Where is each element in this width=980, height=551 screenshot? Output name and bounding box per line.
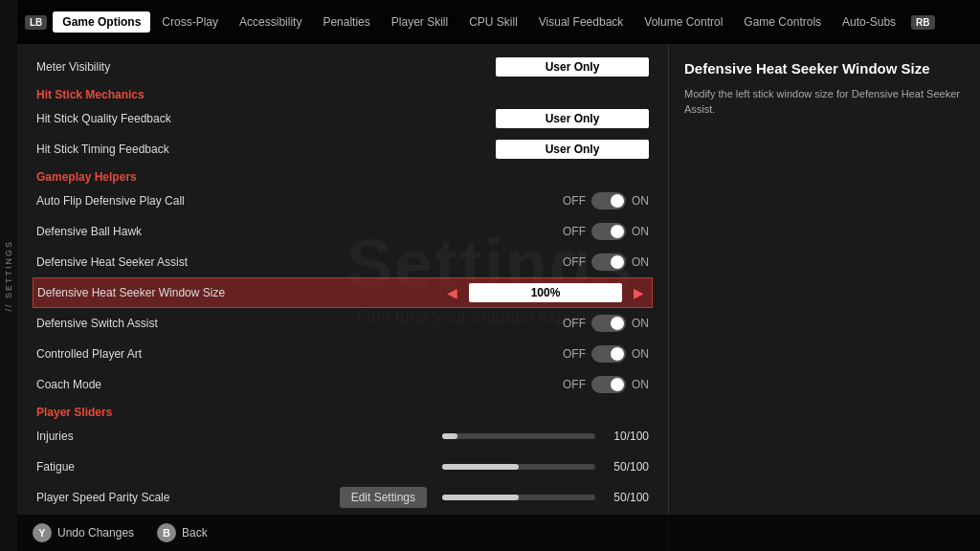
hit-stick-timing-value: User Only [496, 140, 649, 159]
controlled-player-art-label: Controlled Player Art [36, 347, 563, 361]
meter-visibility-dropdown[interactable]: User Only [496, 57, 649, 77]
meter-visibility-row[interactable]: Meter Visibility User Only [33, 52, 653, 82]
coach-mode-label: Coach Mode [36, 378, 563, 391]
top-nav: LB Game Options Cross-Play Accessibility… [17, 0, 980, 44]
coach-mode-toggle-group: OFF ON [563, 376, 649, 393]
fatigue-track[interactable] [442, 464, 595, 470]
defensive-switch-assist-off-label: OFF [563, 317, 586, 330]
injuries-value: 10/100 [442, 430, 649, 443]
nav-accessibility[interactable]: Accessibility [230, 11, 311, 33]
sidebar: // SETTINGS [0, 0, 17, 551]
defensive-switch-assist-toggle[interactable] [591, 315, 626, 332]
meter-visibility-value: User Only [496, 57, 649, 77]
injuries-number: 10/100 [611, 430, 649, 443]
injuries-row[interactable]: Injuries 10/100 [33, 421, 653, 452]
hit-stick-quality-row[interactable]: Hit Stick Quality Feedback User Only [33, 103, 653, 134]
back-btn[interactable]: B Back [157, 523, 208, 542]
defensive-ball-hawk-toggle[interactable] [591, 223, 626, 240]
player-speed-label: Player Speed Parity Scale [36, 491, 340, 504]
defensive-heat-seeker-assist-row[interactable]: Defensive Heat Seeker Assist OFF ON [33, 247, 653, 277]
y-button-badge: Y [33, 523, 52, 542]
defensive-ball-hawk-row[interactable]: Defensive Ball Hawk OFF ON [33, 216, 653, 247]
undo-changes-btn[interactable]: Y Undo Changes [33, 523, 134, 542]
main-content: Meter Visibility User Only Hit Stick Mec… [17, 44, 980, 551]
edit-settings-button[interactable]: Edit Settings [340, 487, 427, 508]
nav-game-controls[interactable]: Game Controls [734, 11, 831, 33]
rb-button[interactable]: RB [911, 15, 934, 30]
defensive-switch-assist-row[interactable]: Defensive Switch Assist OFF ON [33, 308, 653, 339]
hit-stick-section-header: Hit Stick Mechanics [33, 82, 653, 103]
defensive-ball-hawk-on-label: ON [632, 225, 649, 238]
coach-mode-toggle[interactable] [591, 376, 626, 393]
defensive-heat-seeker-window-row[interactable]: Defensive Heat Seeker Window Size ◀ 100%… [33, 277, 653, 308]
nav-visual-feedback[interactable]: Visual Feedback [529, 11, 634, 33]
fatigue-row[interactable]: Fatigue 50/100 [33, 452, 653, 482]
player-speed-number: 50/100 [611, 491, 649, 504]
right-panel-desc: Modify the left stick window size for De… [684, 86, 965, 118]
controlled-player-art-row[interactable]: Controlled Player Art OFF ON [33, 339, 653, 369]
hit-stick-quality-label: Hit Stick Quality Feedback [36, 112, 496, 125]
fatigue-number: 50/100 [611, 460, 649, 474]
undo-changes-label: Undo Changes [57, 526, 134, 540]
nav-auto-subs[interactable]: Auto-Subs [833, 11, 905, 33]
fatigue-fill [442, 464, 519, 470]
hit-stick-quality-value: User Only [496, 109, 649, 128]
defensive-heat-seeker-window-label: Defensive Heat Seeker Window Size [37, 286, 443, 299]
controlled-player-art-off-label: OFF [563, 347, 586, 361]
nav-game-options[interactable]: Game Options [53, 11, 150, 33]
lb-button[interactable]: LB [25, 15, 47, 30]
nav-penalties[interactable]: Penalties [313, 11, 379, 33]
controlled-player-art-toggle-group: OFF ON [563, 345, 649, 363]
defensive-heat-seeker-assist-toggle-group: OFF ON [563, 253, 649, 271]
nav-volume-control[interactable]: Volume Control [635, 11, 732, 33]
injuries-track[interactable] [442, 433, 595, 439]
auto-flip-toggle[interactable] [591, 192, 626, 209]
auto-flip-toggle-group: OFF ON [563, 192, 649, 209]
player-speed-row[interactable]: Player Speed Parity Scale Edit Settings … [33, 482, 653, 513]
heat-seeker-left-arrow[interactable]: ◀ [443, 285, 461, 300]
defensive-heat-seeker-window-value: ◀ 100% ▶ [443, 283, 648, 302]
auto-flip-row[interactable]: Auto Flip Defensive Play Call OFF ON [33, 186, 653, 216]
defensive-heat-seeker-assist-label: Defensive Heat Seeker Assist [36, 255, 563, 269]
defensive-ball-hawk-toggle-group: OFF ON [563, 223, 649, 240]
sidebar-label: // SETTINGS [4, 240, 13, 312]
defensive-switch-assist-on-label: ON [632, 317, 649, 330]
meter-visibility-label: Meter Visibility [36, 60, 496, 74]
hit-stick-timing-row[interactable]: Hit Stick Timing Feedback User Only [33, 134, 653, 165]
coach-mode-off-label: OFF [563, 378, 586, 391]
left-panel: Meter Visibility User Only Hit Stick Mec… [17, 44, 668, 551]
player-speed-value: Edit Settings 50/100 [340, 487, 649, 508]
coach-mode-row[interactable]: Coach Mode OFF ON [33, 369, 653, 400]
nav-cross-play[interactable]: Cross-Play [152, 11, 228, 33]
hit-stick-timing-label: Hit Stick Timing Feedback [36, 143, 496, 156]
back-label: Back [182, 526, 208, 540]
fatigue-value: 50/100 [442, 460, 649, 474]
injuries-label: Injuries [36, 430, 442, 443]
nav-cpu-skill[interactable]: CPU Skill [459, 11, 527, 33]
defensive-ball-hawk-label: Defensive Ball Hawk [36, 225, 563, 238]
fatigue-label: Fatigue [36, 460, 442, 474]
defensive-heat-seeker-assist-on-label: ON [632, 255, 649, 269]
defensive-ball-hawk-off-label: OFF [563, 225, 586, 238]
defensive-switch-assist-toggle-group: OFF ON [563, 315, 649, 332]
right-panel: Defensive Heat Seeker Window Size Modify… [668, 44, 980, 551]
controlled-player-art-on-label: ON [632, 347, 649, 361]
player-speed-fill [442, 495, 519, 500]
auto-flip-on-label: ON [632, 194, 649, 208]
nav-player-skill[interactable]: Player Skill [382, 11, 457, 33]
b-button-badge: B [157, 523, 176, 542]
right-panel-title: Defensive Heat Seeker Window Size [684, 59, 965, 78]
heat-seeker-right-arrow[interactable]: ▶ [630, 285, 648, 300]
player-sliders-section-header: Player Sliders [33, 400, 653, 421]
heat-seeker-percent: 100% [469, 283, 622, 302]
gameplay-helpers-section-header: Gameplay Helpers [33, 165, 653, 186]
player-speed-track[interactable] [442, 495, 595, 500]
defensive-heat-seeker-assist-toggle[interactable] [591, 253, 626, 271]
controlled-player-art-toggle[interactable] [591, 345, 626, 363]
injuries-fill [442, 433, 457, 439]
defensive-switch-assist-label: Defensive Switch Assist [36, 317, 563, 330]
coach-mode-on-label: ON [632, 378, 649, 391]
hit-stick-timing-dropdown[interactable]: User Only [496, 140, 649, 159]
hit-stick-quality-dropdown[interactable]: User Only [496, 109, 649, 128]
auto-flip-off-label: OFF [563, 194, 586, 208]
